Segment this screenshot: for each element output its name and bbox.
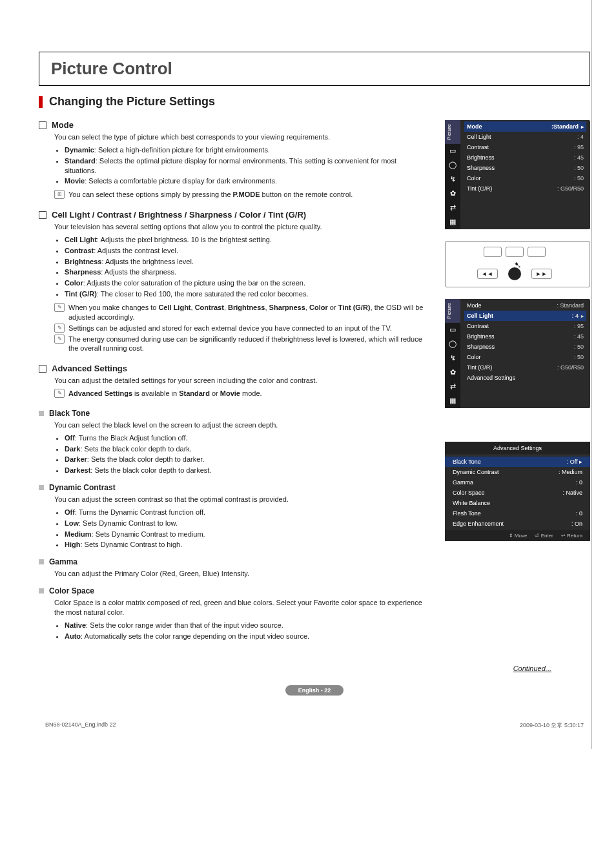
black-tone-intro: You can select the black level on the sc…: [54, 420, 429, 430]
adv-row: Edge Enhancement: On: [445, 519, 590, 529]
settings-note-1: ✎ When you make changes to Cell Light, C…: [54, 303, 429, 322]
dyn-contrast-items: Off: Turns the Dynamic Contrast function…: [54, 508, 429, 550]
content-column: Mode You can select the type of picture …: [39, 120, 429, 645]
bullet-small-icon: [39, 588, 44, 593]
subsection-black-tone: Black Tone: [39, 409, 429, 418]
mode-intro: You can select the type of picture which…: [54, 132, 429, 142]
setup-icon: ✿: [445, 366, 460, 380]
osd-row: Sharpness: 50: [464, 163, 586, 173]
return-hint: ↩ Return: [561, 533, 582, 539]
input-icon: ⇄: [445, 201, 460, 215]
bullet-square-icon: [39, 211, 46, 219]
chapter-title-box: Picture Control: [39, 52, 590, 86]
info-icon: ✎: [54, 389, 65, 398]
info-icon: ✎: [54, 335, 65, 344]
section-heading-text: Changing the Picture Settings: [49, 95, 215, 108]
advanced-intro: You can adjust the detailed settings for…: [54, 376, 429, 386]
enter-hint: ⏎ Enter: [535, 533, 553, 539]
adv-panel-title: Advanced Settings: [445, 442, 590, 455]
input-icon: ⇄: [445, 380, 460, 394]
settings-intro: Your television has several setting opti…: [54, 222, 429, 232]
subsection-dynamic-contrast: Dynamic Contrast: [39, 483, 429, 492]
app-icon: ▦: [445, 215, 460, 229]
osd-advanced-settings-panel: Advanced Settings Black Tone: Off ▸ Dyna…: [445, 442, 590, 541]
rewind-button-icon: ◄◄: [477, 269, 498, 279]
channel-icon: ↯: [445, 351, 460, 366]
bullet-small-icon: [39, 411, 44, 416]
section-mode: Mode You can select the type of picture …: [39, 120, 429, 200]
osd-row: Sharpness: 50: [464, 342, 586, 352]
print-footer-right: 2009-03-10 오후 5:30:17: [520, 721, 584, 730]
chevron-right-icon: ▸: [579, 459, 582, 465]
info-icon: ✎: [54, 303, 65, 312]
remote-button: [484, 247, 502, 257]
chapter-title: Picture Control: [51, 59, 578, 79]
mode-title: Mode: [52, 120, 74, 130]
bullet-small-icon: [39, 559, 44, 564]
section-advanced-settings: Advanced Settings You can adjust the det…: [39, 364, 429, 398]
section-heading: Changing the Picture Settings: [39, 95, 590, 108]
settings-note-2: ✎ Settings can be adjusted and stored fo…: [54, 324, 429, 333]
joystick-icon: [508, 267, 521, 280]
chevron-right-icon: ▸: [581, 124, 584, 130]
color-space-items: Native: Sets the color range wider than …: [54, 621, 429, 641]
gamma-intro: You can adjust the Primary Color (Red, G…: [54, 569, 429, 579]
info-icon: ✎: [54, 324, 65, 333]
osd-picture-mode-panel: Picture ▭ ◯ ↯ ✿ ⇄ ▦ Mode:Standard▸ Cell …: [445, 120, 590, 229]
move-hint: ⇕ Move: [509, 533, 528, 539]
heading-accent-bar: [39, 96, 43, 108]
forward-button-icon: ►►: [531, 269, 552, 279]
settings-note-3: ✎ The energy consumed during use can be …: [54, 335, 429, 354]
advanced-title: Advanced Settings: [52, 364, 127, 373]
adv-row: Gamma: 0: [445, 477, 590, 488]
osd-row-cell-light: Cell Light: 4▸: [464, 311, 586, 321]
osd-row: Tint (G/R): G50/R50: [464, 362, 586, 373]
subsection-color-space: Color Space: [39, 586, 429, 595]
tv-icon: ▭: [445, 144, 460, 158]
osd-row: Brightness: 45: [464, 331, 586, 342]
osd-row: Contrast: 95: [464, 321, 586, 331]
bullet-small-icon: [39, 485, 44, 490]
mode-items: Dynamic: Select a high-definition pictur…: [54, 145, 429, 186]
black-tone-items: Off: Turns the Black Adjust function off…: [54, 433, 429, 475]
remote-illustration: ➷ ◄◄ ►►: [445, 241, 590, 287]
bullet-square-icon: [39, 121, 46, 129]
adv-row: Flesh Tone: 0: [445, 508, 590, 519]
app-icon: ▦: [445, 394, 460, 408]
osd-tab-picture: Picture: [445, 120, 460, 144]
osd-row-mode: Mode:Standard▸: [464, 121, 586, 132]
color-space-intro: Color Space is a color matrix composed o…: [54, 598, 429, 617]
osd-row: Contrast: 95: [464, 142, 586, 152]
osd-row: Brightness: 45: [464, 152, 586, 163]
print-footer-left: BN68-02140A_Eng.indb 22: [45, 721, 116, 730]
sound-icon: ◯: [445, 158, 460, 172]
chevron-right-icon: ▸: [581, 313, 584, 319]
section-picture-settings: Cell Light / Contrast / Brightness / Sha…: [39, 210, 429, 353]
subsection-gamma: Gamma: [39, 557, 429, 566]
sound-icon: ◯: [445, 337, 460, 351]
page-number-pill: English - 22: [285, 685, 344, 696]
osd-tab-picture: Picture: [445, 299, 460, 323]
bullet-square-icon: [39, 365, 46, 373]
settings-items: Cell Light: Adjusts the pixel brightness…: [54, 235, 429, 299]
illustration-column: Picture ▭ ◯ ↯ ✿ ⇄ ▦ Mode:Standard▸ Cell …: [445, 120, 590, 645]
continued-label: Continued...: [39, 665, 551, 672]
advanced-note: ✎ Advanced Settings is available in Stan…: [54, 389, 429, 398]
osd-row: Cell Light: 4: [464, 132, 586, 142]
osd-cell-light-panel: Picture ▭ ◯ ↯ ✿ ⇄ ▦ Mode: Standard Cell …: [445, 299, 590, 408]
mode-note: ⊞ You can select these options simply by…: [54, 190, 429, 200]
osd-row: Color: 50: [464, 173, 586, 183]
osd-row: Color: 50: [464, 352, 586, 362]
adv-row: Dynamic Contrast: Medium: [445, 467, 590, 477]
adv-row: White Balance: [445, 498, 590, 508]
print-footer: BN68-02140A_Eng.indb 22 2009-03-10 오후 5:…: [39, 721, 590, 736]
setup-icon: ✿: [445, 187, 460, 201]
osd-row-mode: Mode: Standard: [464, 300, 586, 311]
osd-row: Advanced Settings: [464, 373, 586, 383]
remote-button-icon: ⊞: [54, 190, 65, 199]
settings-title: Cell Light / Contrast / Brightness / Sha…: [52, 210, 306, 220]
channel-icon: ↯: [445, 172, 460, 187]
remote-button: [506, 247, 524, 257]
adv-row: Color Space: Native: [445, 488, 590, 498]
osd-row: Tint (G/R): G50/R50: [464, 183, 586, 194]
